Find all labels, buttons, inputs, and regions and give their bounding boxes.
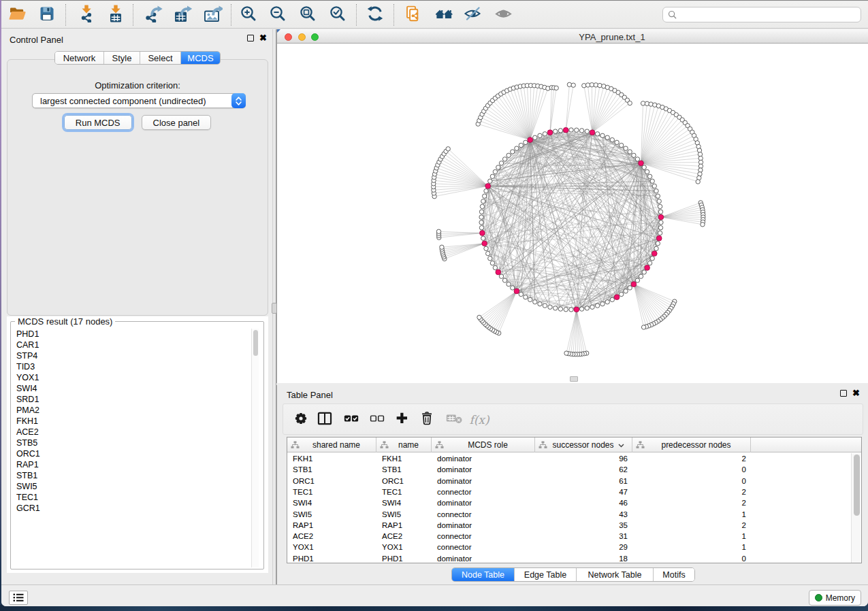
table-row[interactable]: ACE2ACE2connector311 xyxy=(287,531,861,542)
mcds-result-item[interactable]: ACE2 xyxy=(12,427,252,437)
zoom-out-button[interactable] xyxy=(268,5,288,25)
table-row[interactable]: SWI5SWI5connector431 xyxy=(287,509,861,520)
mcds-result-item[interactable]: ORC1 xyxy=(12,448,252,459)
houses-button[interactable] xyxy=(433,5,453,25)
table-row[interactable]: SWI4SWI4dominator462 xyxy=(287,497,861,508)
table-cell: 1 xyxy=(632,531,751,542)
float-table-panel-icon[interactable] xyxy=(840,390,847,397)
table-row[interactable]: ORC1ORC1dominator610 xyxy=(287,476,861,486)
uncheck-all-button[interactable] xyxy=(367,410,387,430)
trash-button[interactable] xyxy=(417,410,438,430)
mcds-result-item[interactable]: STB1 xyxy=(12,470,252,481)
float-panel-icon[interactable] xyxy=(247,35,254,42)
mcds-result-item[interactable]: YOX1 xyxy=(12,372,252,383)
network-window-title: YPA_prune.txt_1 xyxy=(579,32,645,42)
tab-network[interactable]: Network xyxy=(55,52,104,64)
eye-button[interactable] xyxy=(493,5,513,25)
mcds-result-item[interactable]: PMA2 xyxy=(12,405,252,416)
zoom-selected-button[interactable] xyxy=(327,5,348,25)
save-button[interactable] xyxy=(37,5,57,25)
run-mcds-button[interactable]: Run MCDS xyxy=(64,115,132,130)
table-row[interactable]: RAP1RAP1dominator352 xyxy=(287,520,861,531)
import-table-button[interactable] xyxy=(106,5,126,25)
table-row[interactable]: FKH1FKH1dominator962 xyxy=(287,453,861,464)
mcds-result-item[interactable]: TEC1 xyxy=(12,492,252,503)
tab-network-table[interactable]: Network Table xyxy=(577,568,654,581)
mcds-result-item[interactable]: TID3 xyxy=(12,361,252,372)
table-scrollbar[interactable] xyxy=(851,453,861,563)
mcds-result-item[interactable]: FKH1 xyxy=(12,416,252,427)
table-row[interactable]: PHD1PHD1dominator180 xyxy=(287,553,861,563)
column-header-successor-nodes[interactable]: successor nodes xyxy=(535,437,632,452)
mcds-result-item[interactable]: SWI4 xyxy=(12,383,252,394)
column-header-MCDS-role[interactable]: MCDS role xyxy=(432,437,535,452)
export-network-button[interactable] xyxy=(143,5,163,25)
mcds-result-item[interactable]: RAP1 xyxy=(12,459,252,470)
delete-column-button[interactable] xyxy=(443,410,464,430)
close-window-button[interactable] xyxy=(285,33,292,41)
table-cell: dominator xyxy=(432,476,535,486)
table-cell: 0 xyxy=(632,553,751,563)
import-network-button[interactable] xyxy=(76,5,97,25)
column-header-name[interactable]: name xyxy=(376,437,432,452)
table-row[interactable]: YOX1YOX1connector291 xyxy=(287,542,861,552)
table-row[interactable]: TEC1TEC1connector472 xyxy=(287,486,861,497)
close-table-panel-icon[interactable]: ✖ xyxy=(852,390,860,397)
network-canvas[interactable] xyxy=(277,44,868,382)
table-cell: connector xyxy=(432,486,535,497)
mcds-result-item[interactable]: SWI5 xyxy=(12,481,252,492)
list-icon xyxy=(13,593,24,602)
tab-select[interactable]: Select xyxy=(140,52,181,64)
optimization-criterion-label: Optimization criterion: xyxy=(7,80,268,90)
main-toolbar xyxy=(1,1,868,29)
plus-button[interactable] xyxy=(392,410,413,430)
mcds-result-item[interactable]: PHD1 xyxy=(12,329,252,340)
column-header-label: successor nodes xyxy=(547,440,632,450)
open-folder-button[interactable] xyxy=(7,5,27,25)
column-header-shared-name[interactable]: shared name xyxy=(287,437,376,452)
mcds-result-scrollbar[interactable] xyxy=(251,329,259,567)
horizontal-splitter-handle[interactable] xyxy=(570,376,578,382)
tab-style[interactable]: Style xyxy=(104,52,140,64)
mcds-result-list[interactable]: PHD1CAR1STP4TID3YOX1SWI4SRD1PMA2FKH1ACE2… xyxy=(12,329,252,568)
table-cell: dominator xyxy=(432,553,535,563)
eye-slash-button[interactable] xyxy=(462,5,483,25)
column-header-predecessor-nodes[interactable]: predecessor nodes xyxy=(632,437,751,452)
mcds-result-item[interactable]: STP4 xyxy=(12,350,252,361)
search-box[interactable] xyxy=(662,7,861,22)
maximize-window-button[interactable] xyxy=(311,33,319,41)
minimize-window-button[interactable] xyxy=(298,33,306,41)
table-cell: RAP1 xyxy=(287,520,376,531)
toolbar-separator xyxy=(133,4,133,26)
table-cell: ORC1 xyxy=(376,476,432,486)
memory-button[interactable]: Memory xyxy=(809,590,861,606)
optimization-criterion-select[interactable]: largest connected component (undirected) xyxy=(32,93,246,108)
refresh-button[interactable] xyxy=(365,5,385,25)
network-window-titlebar[interactable]: YPA_prune.txt_1 xyxy=(277,29,868,44)
tab-mcds[interactable]: MCDS xyxy=(181,52,220,64)
copy-share-button[interactable] xyxy=(403,5,423,25)
mcds-result-item[interactable]: STB5 xyxy=(12,437,252,448)
table-cell: connector xyxy=(432,542,535,552)
fx-button[interactable]: f(x) xyxy=(469,410,489,430)
export-table-button[interactable] xyxy=(172,5,193,25)
mcds-result-item[interactable]: GCR1 xyxy=(12,503,252,514)
zoom-fit-button[interactable] xyxy=(298,5,318,25)
tab-edge-table[interactable]: Edge Table xyxy=(515,568,577,581)
check-all-button[interactable] xyxy=(341,410,361,430)
close-panel-button[interactable]: Close panel xyxy=(142,115,212,130)
mcds-result-item[interactable]: SRD1 xyxy=(12,394,252,405)
gear-button[interactable] xyxy=(291,410,311,430)
show-panels-list-button[interactable] xyxy=(9,591,28,605)
columns-button[interactable] xyxy=(315,410,335,430)
mcds-result-item[interactable]: CAR1 xyxy=(12,340,252,350)
tab-node-table[interactable]: Node Table xyxy=(452,568,515,581)
zoom-in-button[interactable] xyxy=(238,5,259,25)
export-image-button[interactable] xyxy=(202,5,223,25)
search-input[interactable] xyxy=(680,10,861,20)
table-cell: 62 xyxy=(535,464,632,475)
table-row[interactable]: STB1STB1dominator620 xyxy=(287,464,861,475)
tab-label: Edge Table xyxy=(524,570,566,580)
close-panel-icon[interactable]: ✖ xyxy=(259,35,267,42)
tab-motifs[interactable]: Motifs xyxy=(654,568,694,581)
